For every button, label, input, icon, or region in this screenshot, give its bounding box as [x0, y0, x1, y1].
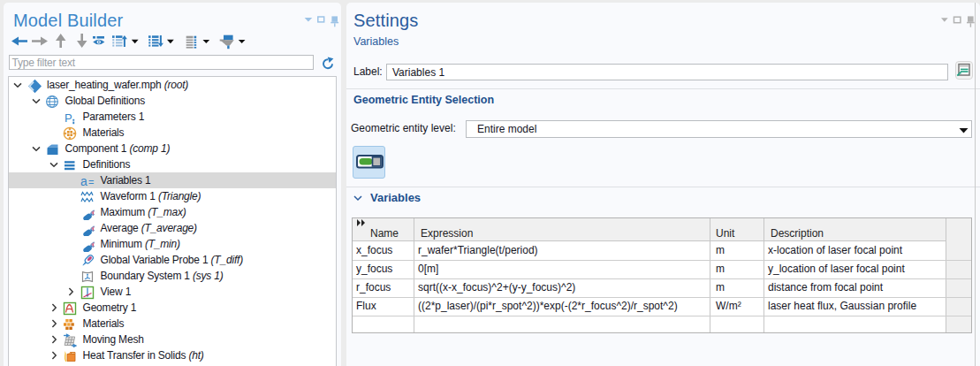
svg-text:a: a: [80, 174, 87, 188]
svg-text:=: =: [88, 177, 94, 187]
svg-text:P: P: [65, 111, 72, 125]
